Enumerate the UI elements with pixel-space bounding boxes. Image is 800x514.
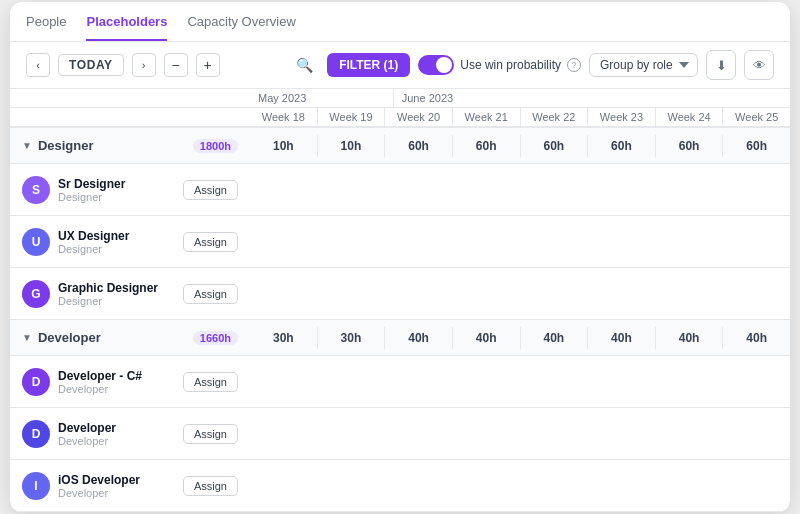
person-name-sr-designer: Sr Designer <box>58 177 125 191</box>
month-may: May 2023 <box>250 89 394 107</box>
eye-icon[interactable]: 👁 <box>744 50 774 80</box>
person-row-dev-csharp: D Developer - C# Developer Assign <box>10 356 790 408</box>
assign-btn-graphic-designer[interactable]: Assign <box>183 284 238 304</box>
month-spacer <box>10 89 250 107</box>
assign-btn-developer[interactable]: Assign <box>183 424 238 444</box>
prev-button[interactable]: ‹ <box>26 53 50 77</box>
developer-h7: 40h <box>723 327 790 349</box>
week-header-row: Week 18 Week 19 Week 20 Week 21 Week 22 … <box>10 108 790 128</box>
person-name-graphic-designer: Graphic Designer <box>58 281 158 295</box>
developer-h0: 30h <box>250 327 318 349</box>
designer-h7: 60h <box>723 135 790 157</box>
week-23: Week 23 <box>588 108 656 126</box>
person-details-graphic-designer: Graphic Designer Designer <box>58 281 158 307</box>
group-label-developer: ▼ Developer 1660h <box>10 330 250 345</box>
designer-h1: 10h <box>318 135 386 157</box>
week-21: Week 21 <box>453 108 521 126</box>
designer-h5: 60h <box>588 135 656 157</box>
win-probability-toggle[interactable] <box>418 55 454 75</box>
developer-h1: 30h <box>318 327 386 349</box>
tab-people[interactable]: People <box>26 14 66 41</box>
person-name-ux-designer: UX Designer <box>58 229 129 243</box>
tab-capacity[interactable]: Capacity Overview <box>187 14 295 41</box>
group-name-designer: Designer <box>38 138 94 153</box>
month-june: June 2023 <box>394 89 790 107</box>
person-name-dev-csharp: Developer - C# <box>58 369 142 383</box>
group-name-developer: Developer <box>38 330 101 345</box>
assign-btn-dev-csharp[interactable]: Assign <box>183 372 238 392</box>
person-role-ios-developer: Developer <box>58 487 140 499</box>
assign-btn-sr-designer[interactable]: Assign <box>183 180 238 200</box>
person-role-ux-designer: Designer <box>58 243 129 255</box>
person-row-ux-designer: U UX Designer Designer Assign <box>10 216 790 268</box>
person-row-ios-developer: I iOS Developer Developer Assign <box>10 460 790 512</box>
person-name-ios-developer: iOS Developer <box>58 473 140 487</box>
person-role-sr-designer: Designer <box>58 191 125 203</box>
designer-h4: 60h <box>521 135 589 157</box>
person-role-developer: Developer <box>58 435 116 447</box>
group-badge-designer: 1800h <box>193 139 238 153</box>
week-19: Week 19 <box>318 108 386 126</box>
group-by-select[interactable]: Group by role <box>589 53 698 77</box>
tab-placeholders[interactable]: Placeholders <box>86 14 167 41</box>
person-row-graphic-designer: G Graphic Designer Designer Assign <box>10 268 790 320</box>
win-probability-toggle-row: Use win probability ? <box>418 55 581 75</box>
avatar-dev-csharp: D <box>22 368 50 396</box>
person-row-developer: D Developer Developer Assign <box>10 408 790 460</box>
person-name-developer: Developer <box>58 421 116 435</box>
developer-h5: 40h <box>588 327 656 349</box>
person-role-dev-csharp: Developer <box>58 383 142 395</box>
person-details-sr-designer: Sr Designer Designer <box>58 177 125 203</box>
chevron-designer[interactable]: ▼ <box>22 140 32 151</box>
designer-h6: 60h <box>656 135 724 157</box>
assign-btn-ios-developer[interactable]: Assign <box>183 476 238 496</box>
developer-h4: 40h <box>521 327 589 349</box>
person-details-ios-developer: iOS Developer Developer <box>58 473 140 499</box>
person-details-dev-csharp: Developer - C# Developer <box>58 369 142 395</box>
app-container: People Placeholders Capacity Overview ‹ … <box>10 2 790 512</box>
top-nav: People Placeholders Capacity Overview <box>10 2 790 42</box>
person-info-dev-csharp: D Developer - C# Developer Assign <box>10 368 250 396</box>
designer-h3: 60h <box>453 135 521 157</box>
today-button[interactable]: TODAY <box>58 54 124 76</box>
chevron-developer[interactable]: ▼ <box>22 332 32 343</box>
group-hours-developer: 30h 30h 40h 40h 40h 40h 40h 40h <box>250 327 790 349</box>
person-details-ux-designer: UX Designer Designer <box>58 229 129 255</box>
filter-button[interactable]: FILTER (1) <box>327 53 410 77</box>
group-hours-designer: 10h 10h 60h 60h 60h 60h 60h 60h <box>250 135 790 157</box>
group-row-designer: ▼ Designer 1800h 10h 10h 60h 60h 60h 60h… <box>10 128 790 164</box>
week-18: Week 18 <box>250 108 318 126</box>
designer-h2: 60h <box>385 135 453 157</box>
search-button[interactable]: 🔍 <box>289 50 319 80</box>
developer-h3: 40h <box>453 327 521 349</box>
help-icon[interactable]: ? <box>567 58 581 72</box>
developer-h2: 40h <box>385 327 453 349</box>
group-badge-developer: 1660h <box>193 331 238 345</box>
avatar-graphic-designer: G <box>22 280 50 308</box>
download-icon[interactable]: ⬇ <box>706 50 736 80</box>
person-info-ux-designer: U UX Designer Designer Assign <box>10 228 250 256</box>
week-22: Week 22 <box>521 108 589 126</box>
next-button[interactable]: › <box>132 53 156 77</box>
toggle-label: Use win probability <box>460 58 561 72</box>
person-role-graphic-designer: Designer <box>58 295 158 307</box>
avatar-ux-designer: U <box>22 228 50 256</box>
month-header-row: May 2023 June 2023 <box>10 89 790 108</box>
zoom-out-button[interactable]: − <box>164 53 188 77</box>
week-20: Week 20 <box>385 108 453 126</box>
assign-btn-ux-designer[interactable]: Assign <box>183 232 238 252</box>
toolbar: ‹ TODAY › − + 🔍 FILTER (1) Use win proba… <box>10 42 790 89</box>
group-label-designer: ▼ Designer 1800h <box>10 138 250 153</box>
group-row-developer: ▼ Developer 1660h 30h 30h 40h 40h 40h 40… <box>10 320 790 356</box>
person-info-ios-developer: I iOS Developer Developer Assign <box>10 472 250 500</box>
person-info-developer: D Developer Developer Assign <box>10 420 250 448</box>
avatar-developer: D <box>22 420 50 448</box>
person-info-graphic-designer: G Graphic Designer Designer Assign <box>10 280 250 308</box>
person-details-developer: Developer Developer <box>58 421 116 447</box>
person-info-sr-designer: S Sr Designer Designer Assign <box>10 176 250 204</box>
zoom-in-button[interactable]: + <box>196 53 220 77</box>
week-25: Week 25 <box>723 108 790 126</box>
avatar-ios-developer: I <box>22 472 50 500</box>
avatar-sr-designer: S <box>22 176 50 204</box>
week-spacer <box>10 108 250 126</box>
